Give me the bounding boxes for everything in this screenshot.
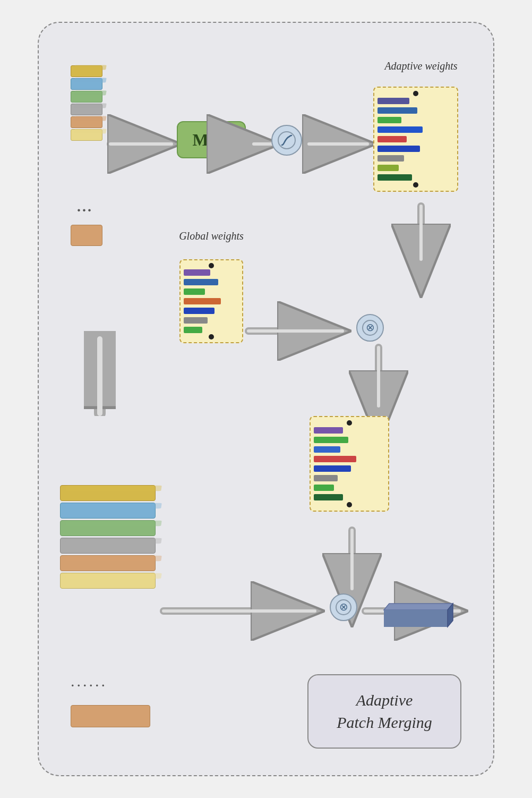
arrow-sigma-to-chart (306, 133, 375, 155)
adaptive-patch-merging-box: AdaptivePatch Merging (307, 674, 461, 749)
patch-large-gray (60, 538, 156, 554)
svg-text:⊗: ⊗ (366, 321, 375, 333)
chart-dot-bottom-adaptive (413, 182, 418, 188)
global-weights-chart (179, 259, 243, 343)
patch-large-yellow (60, 485, 156, 501)
patch-orange-1 (71, 116, 102, 128)
result-weights-chart (310, 416, 389, 512)
patch-large-green (60, 520, 156, 536)
adaptive-weights-label: Adaptive weights (368, 60, 474, 72)
arrow-result-chart-down (331, 528, 373, 597)
patch-large-orange (60, 555, 156, 571)
svg-marker-35 (384, 604, 453, 610)
main-diagram: ... MLP (38, 22, 494, 776)
arrow-multiply-to-result-chart (357, 345, 400, 414)
multiply-circle-2: ⊗ (330, 593, 357, 621)
patch-yellow-1 (71, 65, 102, 77)
chart-dot-top-result (347, 420, 352, 426)
chart-dot-top-adaptive (413, 91, 418, 96)
adaptive-patch-merging-label: AdaptivePatch Merging (337, 689, 432, 734)
mlp-label: MLP (192, 130, 230, 150)
patch-blue-1 (71, 78, 102, 90)
global-weights-label: Global weights (177, 230, 246, 242)
patch-lightyellow-1 (71, 129, 102, 141)
mlp-box: MLP (177, 121, 246, 158)
arrow-to-mlp (108, 133, 182, 155)
patch-single-small (71, 225, 102, 246)
arrow-patches-to-multiply2 (161, 600, 325, 622)
adaptive-weights-chart (373, 87, 458, 192)
chart-dot-bottom-result (347, 502, 352, 507)
arrow-adaptive-down (400, 203, 442, 267)
sigma-activation (271, 125, 302, 156)
patch-large-lightyellow (60, 573, 156, 589)
svg-text:⊗: ⊗ (339, 601, 348, 613)
svg-point-9 (278, 132, 295, 149)
chart-dot-top-global (209, 263, 214, 268)
dots-middle: ... (77, 198, 93, 215)
input-patches-large (60, 485, 156, 589)
input-patches-small (71, 65, 102, 141)
patch-bottom-single (71, 705, 150, 727)
patch-green-1 (71, 91, 102, 103)
arrow-global-to-multiply (246, 320, 352, 342)
multiply-circle-1: ⊗ (356, 314, 384, 342)
patch-gray-1 (71, 104, 102, 115)
dots-bottom: ...... (71, 672, 107, 690)
svg-rect-36 (384, 610, 448, 627)
up-arrow (84, 331, 116, 418)
patch-large-blue (60, 503, 156, 519)
result-block (379, 599, 453, 626)
chart-dot-bottom-global (209, 334, 214, 339)
